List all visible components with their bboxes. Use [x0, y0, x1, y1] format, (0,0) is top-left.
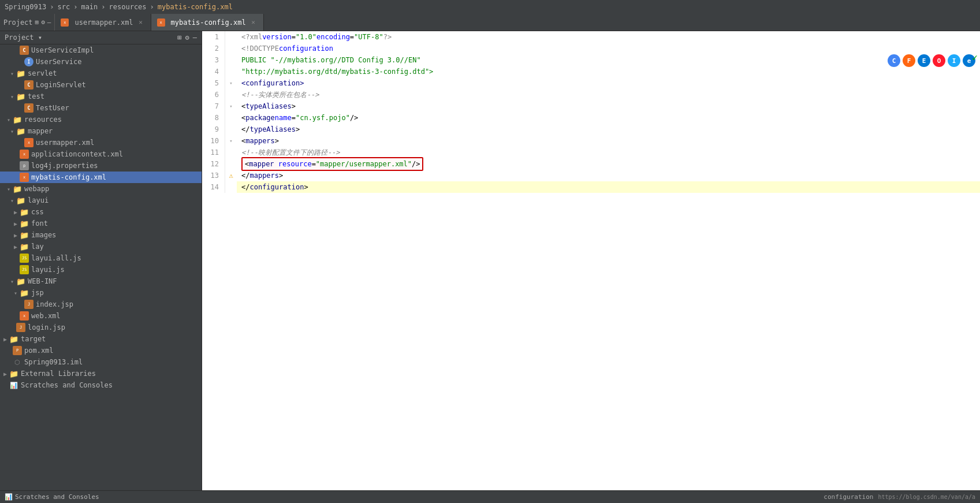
top-bar: Spring0913 › src › main › resources › my…	[0, 0, 980, 14]
tree-item-jsp[interactable]: ▾📁jsp	[0, 287, 202, 299]
tree-item-testuser[interactable]: CTestUser	[0, 102, 202, 114]
tree-item-test[interactable]: ▾📁test	[0, 91, 202, 102]
breadcrumb-main[interactable]: main	[81, 3, 98, 11]
sidebar-action-1[interactable]: ⊞	[177, 33, 181, 42]
tab-usermapper-label: usermapper.xml	[74, 18, 133, 27]
ie-icon[interactable]: I	[948, 54, 960, 67]
panel-close-icon[interactable]: —	[47, 18, 51, 26]
iml-file-icon: ⬡	[13, 357, 22, 367]
code-editor[interactable]: <?xml version="1.0" encoding="UTF-8" ?><…	[237, 31, 980, 193]
code-line-11[interactable]: <!--映射配置文件下的路径-->	[237, 147, 980, 158]
tree-arrow: ▾	[8, 69, 16, 77]
tree-item-target[interactable]: ▶📁target	[0, 333, 202, 345]
tree-item-userserviceimpl[interactable]: CUserServiceImpl	[0, 44, 202, 56]
project-panel-header: Project ⊞ ⚙ —	[0, 14, 55, 31]
breadcrumb-file[interactable]: mybatis-config.xml	[158, 3, 233, 11]
tab-usermapper[interactable]: x usermapper.xml ✕	[55, 14, 151, 31]
code-line-10[interactable]: <mappers>	[237, 135, 980, 147]
code-line-2[interactable]: <!DOCTYPE configuration	[237, 43, 980, 54]
editor-area[interactable]: 1234567891011121314 ▾▾▾⚠ <?xml version="…	[202, 31, 980, 193]
sidebar-action-3[interactable]: —	[193, 33, 197, 42]
status-breadcrumb: configuration	[824, 493, 873, 501]
tree-item-resources[interactable]: ▾📁resources	[0, 114, 202, 125]
breadcrumb-project[interactable]: Spring0913	[5, 3, 46, 11]
tree-item-pom.xml[interactable]: Ppom.xml	[0, 345, 202, 356]
sidebar-action-2[interactable]: ⚙	[185, 33, 189, 42]
folder-icon: 📁	[16, 277, 25, 286]
code-line-14[interactable]: </configuration>	[237, 181, 980, 193]
code-line-12[interactable]: <mapper resource="mapper/usermapper.xml"…	[237, 158, 980, 170]
code-line-8[interactable]: <package name="cn.ysf.pojo"/>	[237, 112, 980, 124]
tree-arrow: ▶	[1, 335, 9, 343]
browser-icons-bar: C F E O I e	[888, 54, 975, 67]
folder-icon: 📁	[16, 126, 25, 136]
gutter-line-5: ▾	[225, 77, 237, 89]
code-line-5[interactable]: <configuration>	[237, 77, 980, 89]
tree-item-spring0913.iml[interactable]: ⬡Spring0913.iml	[0, 356, 202, 368]
code-line-4[interactable]: "http://mybatis.org/dtd/mybatis-3-config…	[237, 66, 980, 77]
breadcrumb-resources[interactable]: resources	[109, 3, 147, 11]
js-file-icon: JS	[20, 265, 29, 274]
tree-item-web.xml[interactable]: xweb.xml	[0, 310, 202, 322]
status-bar: 📊 Scratches and Consoles configuration h…	[0, 490, 980, 503]
sidebar-header-label: Project ▾	[5, 33, 42, 42]
code-line-3[interactable]: PUBLIC "-//mybatis.org//DTD Config 3.0//…	[237, 54, 980, 66]
firefox-icon[interactable]: F	[903, 54, 915, 67]
fold-icon[interactable]: ▾	[229, 80, 232, 86]
tree-label: log4j.properties	[31, 162, 98, 170]
tree-item-index.jsp[interactable]: Jindex.jsp	[0, 299, 202, 310]
code-line-6[interactable]: <!--实体类所在包名-->	[237, 89, 980, 100]
tree-item-mapper[interactable]: ▾📁mapper	[0, 125, 202, 137]
edge-old-icon[interactable]: E	[918, 54, 930, 67]
code-line-7[interactable]: <typeAliases>	[237, 100, 980, 112]
tree-item-login.jsp[interactable]: Jlogin.jsp	[0, 322, 202, 333]
tree-label: mapper	[28, 127, 53, 135]
tree-item-layui[interactable]: ▾📁layui	[0, 195, 202, 206]
java-class-icon: C	[24, 103, 33, 113]
tree-item-css[interactable]: ▶📁css	[0, 206, 202, 218]
folder-icon: 📁	[16, 196, 25, 205]
breadcrumb-src[interactable]: src	[57, 3, 70, 11]
xml-file-icon: x	[20, 311, 29, 321]
tree-item-external-libraries[interactable]: ▶📁External Libraries	[0, 368, 202, 379]
tree-item-font[interactable]: ▶📁font	[0, 218, 202, 229]
tree-label: layui.all.js	[31, 254, 81, 262]
tree-item-usermapper.xml[interactable]: xusermapper.xml	[0, 137, 202, 148]
tree-item-images[interactable]: ▶📁images	[0, 229, 202, 241]
tree-arrow: ▶	[12, 219, 20, 228]
tree-arrow	[12, 254, 20, 262]
tree-item-web-inf[interactable]: ▾📁WEB-INF	[0, 275, 202, 287]
opera-icon[interactable]: O	[933, 54, 945, 67]
tree-item-servlet[interactable]: ▾📁servlet	[0, 68, 202, 79]
code-line-13[interactable]: </mappers>	[237, 170, 980, 181]
code-line-1[interactable]: <?xml version="1.0" encoding="UTF-8" ?>	[237, 31, 980, 43]
tree-item-loginservlet[interactable]: CLoginServlet	[0, 79, 202, 91]
scratches-and-consoles[interactable]: 📊 Scratches and Consoles	[5, 493, 99, 501]
fold-icon[interactable]: ▾	[229, 138, 232, 144]
tree-item-scratches-and-consoles[interactable]: 📊Scratches and Consoles	[0, 379, 202, 391]
tree-item-userservice[interactable]: IUserService	[0, 56, 202, 68]
tree-arrow: ▶	[1, 370, 9, 378]
project-sidebar: Project ▾ ⊞ ⚙ — CUserServiceImplIUserSer…	[0, 31, 202, 490]
tree-item-log4j.properties[interactable]: plog4j.properties	[0, 160, 202, 172]
fold-icon[interactable]: ▾	[229, 103, 232, 109]
tree-item-mybatis-config.xml[interactable]: xmybatis-config.xml	[0, 172, 202, 183]
tree-item-layui.all.js[interactable]: JSlayui.all.js	[0, 252, 202, 264]
panel-settings-icon[interactable]: ⚙	[41, 18, 45, 26]
tree-arrow	[12, 266, 20, 274]
code-line-9[interactable]: </typeAliases>	[237, 124, 980, 135]
chrome-icon[interactable]: C	[888, 54, 900, 67]
gutter-line-3	[225, 54, 237, 66]
tab-mybatis-close[interactable]: ✕	[249, 18, 258, 26]
tree-item-applicationcontext.xml[interactable]: xapplicationcontext.xml	[0, 148, 202, 160]
tree-arrow	[12, 173, 20, 181]
tab-mybatis-config[interactable]: x mybatis-config.xml ✕	[151, 14, 264, 31]
tree-item-webapp[interactable]: ▾📁webapp	[0, 183, 202, 195]
tree-label: LoginServlet	[36, 81, 86, 89]
tree-label: servlet	[28, 69, 57, 77]
line-number-4: 4	[204, 66, 222, 77]
tree-item-lay[interactable]: ▶📁lay	[0, 241, 202, 252]
tab-usermapper-close[interactable]: ✕	[137, 18, 145, 26]
tree-item-layui.js[interactable]: JSlayui.js	[0, 264, 202, 275]
panel-expand-icon[interactable]: ⊞	[35, 18, 39, 26]
